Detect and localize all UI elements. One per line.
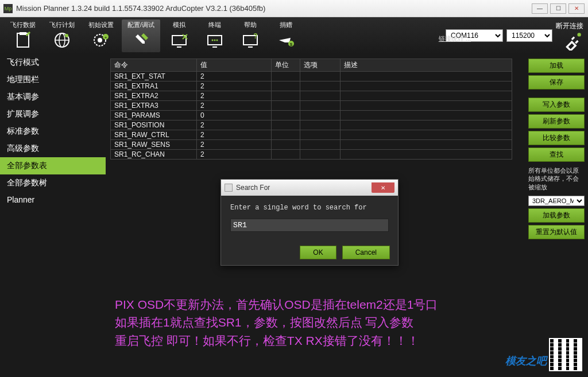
sidebar-item-geofence[interactable]: 地理围栏: [0, 71, 106, 88]
svg-point-16: [216, 39, 218, 41]
table-row[interactable]: SR1_RAW_SENS2: [111, 140, 512, 150]
svg-point-14: [212, 39, 214, 41]
sidebar: 飞行模式 地理围栏 基本调参 扩展调参 标准参数 高级参数 全部参数表 全部参数…: [0, 54, 106, 377]
svg-point-5: [65, 34, 68, 37]
tab-initial-setup[interactable]: 初始设置 +: [83, 20, 119, 52]
sidebar-item-basic-tuning[interactable]: 基本调参: [0, 88, 106, 106]
search-button[interactable]: 查找: [528, 147, 585, 162]
col-opts[interactable]: 选项: [300, 59, 341, 72]
maximize-button[interactable]: ☐: [550, 3, 566, 14]
plug-icon[interactable]: [563, 31, 583, 50]
table-row[interactable]: SR1_RC_CHAN2: [111, 150, 512, 160]
table-row[interactable]: SR1_EXTRA22: [111, 91, 512, 101]
sidebar-item-full-param-table[interactable]: 全部参数表: [0, 157, 106, 174]
sidebar-item-advanced-params[interactable]: 高级参数: [0, 140, 106, 157]
svg-rect-1: [20, 32, 26, 35]
monitor-question-icon: ?: [239, 29, 261, 51]
monitor-dots-icon: [204, 29, 226, 51]
sidebar-item-full-param-tree[interactable]: 全部参数树: [0, 174, 106, 192]
dialog-body: Enter a single word to search for: [221, 196, 398, 240]
dialog-titlebar: Search For ✕: [221, 180, 398, 196]
clipboard-icon: [12, 29, 34, 51]
svg-text:?: ?: [253, 32, 257, 40]
help-text: 所有单位都会以原始格式储存，不会被缩放: [528, 166, 585, 191]
table-row[interactable]: SR1_PARAMS0: [111, 111, 512, 121]
tab-terminal[interactable]: 终端: [198, 20, 231, 52]
overlay-line1: PIX OSD不更新办法，首先确认OSD是插在telem2还是1号口: [115, 296, 438, 314]
table-row[interactable]: SR1_RAW_CTRL2: [111, 130, 512, 140]
tab-label: 飞行数据: [10, 21, 36, 29]
load-from-file-button[interactable]: 加载参数: [528, 208, 585, 223]
table-row[interactable]: SR1_EXTRA12: [111, 81, 512, 91]
dialog-ok-button[interactable]: OK: [300, 246, 336, 259]
globe-icon: [51, 29, 73, 51]
dialog-title-text: Search For: [236, 184, 270, 192]
qr-code: [549, 338, 582, 371]
tab-simulation[interactable]: 模拟: [163, 20, 196, 52]
dialog-close-button[interactable]: ✕: [372, 182, 394, 193]
disconnect-label: 断开连接: [556, 21, 583, 31]
tab-label: 模拟: [173, 21, 185, 29]
overlay-line2: 如果插在1就点查找SR1，参数，按图改然后点 写入参数: [115, 313, 438, 332]
dialog-app-icon: [225, 184, 233, 192]
tab-label: 初始设置: [88, 21, 114, 29]
svg-point-15: [214, 39, 216, 41]
close-button[interactable]: ✕: [568, 3, 585, 14]
table-row[interactable]: SR1_POSITION2: [111, 121, 512, 130]
sidebar-item-planner[interactable]: Planner: [0, 192, 106, 208]
overlay-line3: 重启飞控 即可！如果不行，检查TX RX接错了没有！！！: [115, 332, 438, 350]
tab-label: 捐赠: [280, 21, 292, 29]
svg-point-7: [98, 38, 102, 42]
window-controls: — ☐ ✕: [532, 3, 585, 14]
tab-flight-plan[interactable]: 飞行计划: [44, 20, 80, 52]
table-row[interactable]: SR1_EXT_STAT2: [111, 72, 512, 81]
param-file-select[interactable]: 3DR_AERO_M.par: [528, 196, 585, 206]
main-toolbar: 飞行数据 飞行计划 初始设置 + 配置/调试 模拟 终端 帮助 ? 捐赠: [0, 17, 588, 54]
window-title: Mission Planner 1.3.24 build 1.1.5574.33…: [16, 4, 265, 13]
refresh-params-button[interactable]: 刷新参数: [528, 114, 585, 129]
search-dialog: Search For ✕ Enter a single word to sear…: [220, 179, 399, 266]
tab-label: 帮助: [244, 21, 257, 29]
baud-rate-select[interactable]: 115200: [506, 29, 552, 42]
col-desc[interactable]: 描述: [341, 59, 512, 72]
tab-donate[interactable]: 捐赠 $: [269, 20, 303, 52]
table-row[interactable]: SR1_EXTRA32: [111, 101, 512, 111]
tab-label: 飞行计划: [49, 21, 75, 29]
tab-label: 终端: [208, 21, 221, 29]
plane-dollar-icon: $: [275, 29, 297, 51]
dialog-prompt: Enter a single word to search for: [230, 204, 389, 212]
sidebar-item-flight-modes[interactable]: 飞行模式: [0, 54, 106, 71]
sidebar-item-extended-tuning[interactable]: 扩展调参: [0, 106, 106, 123]
minimize-button[interactable]: —: [532, 3, 548, 14]
col-unit[interactable]: 单位: [272, 59, 300, 72]
monitor-x-icon: [168, 29, 190, 51]
write-params-button[interactable]: 写入参数: [528, 98, 585, 112]
link-stats-link[interactable]: 链接统计 ...: [439, 34, 471, 43]
svg-text:$: $: [290, 42, 293, 47]
wrench-icon: [130, 29, 152, 51]
compare-params-button[interactable]: 比较参数: [528, 131, 585, 145]
param-table[interactable]: 命令 值 单位 选项 描述 SR1_EXT_STAT2SR1_EXTRA12SR…: [110, 59, 512, 160]
save-button[interactable]: 保存: [528, 75, 585, 90]
annotation-overlay: PIX OSD不更新办法，首先确认OSD是插在telem2还是1号口 如果插在1…: [115, 296, 438, 350]
search-input[interactable]: [230, 219, 389, 232]
col-val[interactable]: 值: [197, 59, 272, 72]
tab-label: 配置/调试: [127, 21, 154, 29]
svg-point-22: [577, 33, 581, 36]
right-panel: 加载 保存 写入参数 刷新参数 比较参数 查找 所有单位都会以原始格式储存，不会…: [525, 54, 588, 377]
tab-config-tuning[interactable]: 配置/调试: [122, 20, 160, 52]
load-button[interactable]: 加载: [528, 59, 585, 73]
dialog-cancel-button[interactable]: Cancel: [342, 246, 390, 259]
sidebar-item-standard-params[interactable]: 标准参数: [0, 123, 106, 140]
tab-help[interactable]: 帮助 ?: [234, 20, 267, 52]
titlebar: Mp Mission Planner 1.3.24 build 1.1.5574…: [0, 0, 588, 17]
svg-text:+: +: [105, 35, 107, 40]
reset-defaults-button[interactable]: 重置为默认值: [528, 225, 585, 239]
tab-flight-data[interactable]: 飞行数据: [5, 20, 41, 52]
col-cmd[interactable]: 命令: [111, 59, 197, 72]
watermark-text: 模友之吧: [505, 354, 547, 368]
app-icon: Mp: [3, 4, 13, 13]
gear-plus-icon: +: [90, 29, 112, 51]
